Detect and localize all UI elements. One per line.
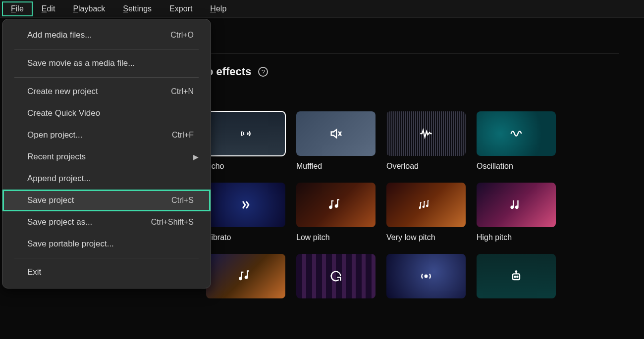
svg-point-4 — [516, 271, 517, 272]
vlowpitch-icon — [419, 198, 433, 212]
menu-export[interactable]: Export — [161, 1, 201, 16]
svg-point-2 — [515, 276, 516, 277]
menu-item-shortcut: Ctrl+S — [171, 196, 194, 205]
menu-item-label: Save project as... — [27, 217, 92, 227]
svg-point-0 — [425, 275, 428, 278]
menu-item-create-project[interactable]: Create new project Ctrl+N — [2, 81, 211, 102]
effect-card-vibrato[interactable]: Vibrato — [206, 183, 285, 242]
effect-label: Muffled — [296, 162, 376, 171]
effect-label: Vibrato — [206, 233, 285, 242]
effect-card-9[interactable] — [206, 254, 285, 298]
menu-item-recent-projects[interactable]: Recent projects ▶ — [2, 146, 211, 168]
effect-card-muffled[interactable]: Muffled — [296, 111, 376, 171]
effect-thumb — [386, 111, 466, 156]
menu-item-label: Add media files... — [27, 30, 92, 40]
menu-playback[interactable]: Playback — [64, 1, 114, 16]
effect-thumb — [386, 183, 466, 227]
refresh-icon — [329, 269, 343, 283]
broadcast-icon — [419, 269, 433, 283]
menu-item-save-project-as[interactable]: Save project as... Ctrl+Shift+S — [2, 211, 211, 233]
menu-item-label: Open project... — [27, 130, 83, 140]
effect-label: Very low pitch — [386, 233, 466, 242]
effect-card-12[interactable] — [477, 254, 556, 298]
effect-thumb — [206, 183, 285, 227]
oscillation-icon — [509, 127, 523, 141]
menu-help[interactable]: Help — [201, 1, 235, 16]
effect-thumb — [296, 254, 376, 298]
vibrato-icon — [239, 198, 253, 212]
effect-label: Oscillation — [477, 162, 556, 171]
menu-edit[interactable]: Edit — [33, 1, 64, 16]
effect-card-echo[interactable]: Echo — [206, 111, 285, 171]
echo-icon — [239, 127, 253, 141]
menubar: File Edit Playback Settings Export Help — [0, 0, 644, 18]
menu-item-label: Save project — [27, 195, 74, 205]
effect-card-11[interactable] — [386, 254, 466, 298]
effect-thumb — [296, 111, 376, 156]
effect-thumb — [206, 111, 285, 156]
section-header: Audio effects ? — [182, 65, 644, 78]
menu-item-add-media[interactable]: Add media files... Ctrl+O — [2, 24, 211, 46]
effect-card-highpitch[interactable]: High pitch — [477, 183, 556, 242]
menu-item-save-movie[interactable]: Save movie as a media file... — [2, 52, 211, 74]
menu-separator — [14, 49, 199, 49]
menu-item-label: Recent projects — [27, 152, 86, 162]
effect-thumb — [386, 254, 466, 298]
menu-item-shortcut: Ctrl+F — [172, 131, 194, 140]
menu-item-label: Exit — [27, 267, 41, 277]
help-icon[interactable]: ? — [258, 67, 268, 77]
menu-item-open-project[interactable]: Open project... Ctrl+F — [2, 124, 211, 146]
effect-card-oscillation[interactable]: Oscillation — [477, 111, 556, 171]
menu-item-append-project[interactable]: Append project... — [2, 168, 211, 190]
muffled-icon — [329, 127, 343, 141]
chevron-right-icon: ▶ — [193, 153, 199, 161]
file-dropdown: Add media files... Ctrl+O Save movie as … — [2, 19, 211, 289]
menu-item-shortcut: Ctrl+N — [171, 87, 194, 96]
svg-point-3 — [517, 276, 518, 277]
effect-card-overload[interactable]: Overload — [386, 111, 466, 171]
robot-icon — [509, 269, 523, 283]
effect-thumb — [477, 183, 556, 227]
effect-thumb — [477, 254, 556, 298]
menu-item-label: Append project... — [27, 174, 91, 184]
effect-card-vlowpitch[interactable]: Very low pitch — [386, 183, 466, 242]
menu-file[interactable]: File — [2, 1, 33, 16]
menu-item-label: Create Quick Video — [27, 108, 100, 118]
effect-card-10[interactable] — [296, 254, 376, 298]
menu-separator — [14, 77, 199, 78]
effects-grid: Echo Muffled Overload Oscillation — [206, 111, 556, 298]
overload-icon — [419, 127, 433, 141]
menu-separator — [14, 258, 199, 258]
effect-thumb — [206, 254, 285, 298]
menu-item-shortcut: Ctrl+O — [170, 31, 194, 40]
effect-card-lowpitch[interactable]: Low pitch — [296, 183, 376, 242]
effect-label: Echo — [206, 162, 285, 171]
effect-label: High pitch — [477, 233, 556, 242]
menu-item-exit[interactable]: Exit — [2, 261, 211, 283]
menu-item-save-project[interactable]: Save project Ctrl+S — [2, 190, 211, 211]
menu-item-shortcut: Ctrl+Shift+S — [151, 218, 194, 227]
menu-item-save-portable[interactable]: Save portable project... — [2, 233, 211, 255]
menu-item-quick-video[interactable]: Create Quick Video — [2, 102, 211, 124]
effect-label: Overload — [386, 162, 466, 171]
menu-item-label: Save movie as a media file... — [27, 58, 135, 68]
menu-item-label: Save portable project... — [27, 239, 114, 249]
effect-thumb — [477, 111, 556, 156]
menu-settings[interactable]: Settings — [114, 1, 161, 16]
effect-thumb — [296, 183, 376, 227]
highpitch-icon — [509, 198, 523, 212]
effect-label: Low pitch — [296, 233, 376, 242]
menu-item-label: Create new project — [27, 87, 98, 97]
notes-icon — [239, 269, 253, 283]
lowpitch-icon — [329, 198, 343, 212]
